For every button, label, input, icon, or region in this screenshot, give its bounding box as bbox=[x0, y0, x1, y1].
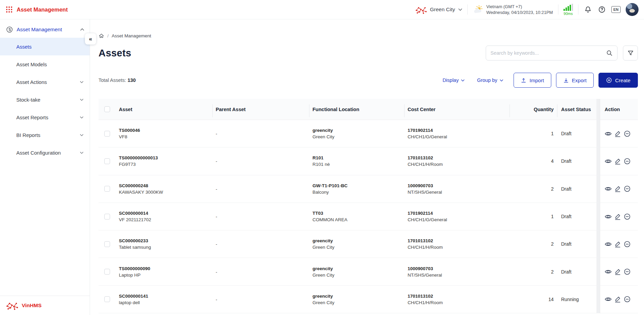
sidebar-section-asset-management[interactable]: Asset Management bbox=[0, 19, 90, 38]
minus-circle-icon bbox=[624, 130, 631, 137]
chevron-down-icon bbox=[80, 134, 84, 136]
view-button[interactable] bbox=[605, 158, 612, 165]
sidebar-item-asset-actions[interactable]: Asset Actions bbox=[0, 73, 90, 91]
minus-circle-icon bbox=[624, 268, 631, 275]
cell-asset-status: Draft bbox=[557, 269, 597, 275]
row-checkbox[interactable] bbox=[104, 214, 110, 220]
row-checkbox[interactable] bbox=[104, 296, 110, 302]
deactivate-button[interactable] bbox=[624, 213, 631, 220]
view-button[interactable] bbox=[605, 130, 612, 137]
eye-icon bbox=[605, 213, 612, 220]
language-selector[interactable]: EN bbox=[611, 6, 621, 13]
view-button[interactable] bbox=[605, 268, 612, 275]
sidebar-item-asset-models[interactable]: Asset Models bbox=[0, 55, 90, 73]
help-button[interactable] bbox=[597, 5, 606, 14]
cell-asset: SC000000014 VF 2021121702 bbox=[115, 211, 212, 222]
pencil-icon bbox=[614, 213, 621, 220]
cell-action bbox=[600, 268, 638, 275]
create-button[interactable]: Create bbox=[598, 73, 638, 88]
row-checkbox[interactable] bbox=[104, 269, 110, 275]
edit-button[interactable] bbox=[614, 213, 621, 220]
eye-icon bbox=[605, 296, 612, 303]
deactivate-button[interactable] bbox=[624, 130, 631, 137]
edit-button[interactable] bbox=[614, 268, 621, 275]
breadcrumb-item[interactable]: Asset Management bbox=[112, 33, 151, 38]
page-title: Assets bbox=[99, 48, 131, 59]
assets-table: Asset Parent Asset Functional Location C… bbox=[99, 99, 638, 313]
cell-parent-asset: - bbox=[212, 213, 309, 220]
cell-cost-center: 1701013102 CH/CH1/H/Room bbox=[404, 294, 509, 305]
sidebar: Asset Management Assets Asset Models Ass… bbox=[0, 19, 90, 315]
view-button[interactable] bbox=[605, 241, 612, 248]
weather-icon bbox=[473, 4, 483, 15]
view-button[interactable] bbox=[605, 213, 612, 220]
cell-parent-asset: - bbox=[212, 241, 309, 247]
select-all-checkbox[interactable] bbox=[104, 106, 110, 112]
search-icon[interactable] bbox=[606, 50, 613, 56]
divider bbox=[467, 4, 468, 15]
property-selector[interactable]: Green City bbox=[415, 5, 462, 14]
filter-button[interactable] bbox=[623, 46, 638, 60]
minus-circle-icon bbox=[624, 296, 631, 303]
view-button[interactable] bbox=[605, 296, 612, 303]
pencil-icon bbox=[614, 158, 621, 165]
eye-icon bbox=[605, 268, 612, 275]
export-button[interactable]: Export bbox=[556, 73, 594, 88]
deactivate-button[interactable] bbox=[624, 185, 631, 192]
edit-button[interactable] bbox=[614, 296, 621, 303]
edit-button[interactable] bbox=[614, 130, 621, 137]
cell-quantity: 1 bbox=[509, 131, 557, 136]
cell-action bbox=[600, 241, 638, 248]
sidebar-item-asset-configuration[interactable]: Asset Configuration bbox=[0, 144, 90, 161]
cell-parent-asset: - bbox=[212, 186, 309, 192]
edit-button[interactable] bbox=[614, 158, 621, 165]
sidebar-item-stock-take[interactable]: Stock-take bbox=[0, 91, 90, 108]
table-scrollbar[interactable] bbox=[596, 99, 600, 313]
pencil-icon bbox=[614, 268, 621, 275]
import-button[interactable]: Import bbox=[514, 73, 551, 88]
edit-button[interactable] bbox=[614, 241, 621, 248]
sidebar-item-bi-reports[interactable]: BI Reports bbox=[0, 126, 90, 144]
pencil-icon bbox=[614, 241, 621, 248]
top-header: Asset Management Green City bbox=[0, 0, 644, 19]
cell-functional-location: greencity Green City bbox=[309, 294, 404, 305]
home-icon[interactable] bbox=[99, 33, 104, 39]
deactivate-button[interactable] bbox=[624, 158, 631, 165]
column-functional-location: Functional Location bbox=[309, 107, 404, 112]
row-checkbox[interactable] bbox=[104, 186, 110, 192]
latency-label: 90ms bbox=[564, 12, 573, 16]
deactivate-button[interactable] bbox=[624, 241, 631, 248]
sidebar-item-assets[interactable]: Assets bbox=[0, 38, 90, 55]
pencil-icon bbox=[614, 185, 621, 192]
table-row: SC000000141 laptop dell - greencity Gree… bbox=[99, 286, 638, 313]
row-checkbox[interactable] bbox=[104, 158, 110, 164]
sidebar-item-asset-reports[interactable]: Asset Reports bbox=[0, 108, 90, 126]
table-row: SC000000014 VF 2021121702 - TT03 COMMON … bbox=[99, 203, 638, 230]
sidebar-collapse-button[interactable]: « bbox=[85, 33, 96, 45]
deactivate-button[interactable] bbox=[624, 268, 631, 275]
signal-bars-icon bbox=[564, 4, 573, 11]
group-by-dropdown[interactable]: Group by bbox=[477, 77, 503, 83]
cell-action bbox=[600, 213, 638, 220]
notifications-button[interactable] bbox=[584, 5, 592, 14]
row-checkbox[interactable] bbox=[104, 131, 110, 137]
cell-action bbox=[600, 158, 638, 165]
cell-asset-status: Draft bbox=[557, 131, 597, 136]
display-dropdown[interactable]: Display bbox=[443, 77, 465, 83]
edit-button[interactable] bbox=[614, 185, 621, 192]
table-row: TS0000000000013 FG9T73 - R101 R101 nè 17… bbox=[99, 147, 638, 175]
row-checkbox[interactable] bbox=[104, 241, 110, 247]
search-input[interactable] bbox=[490, 50, 606, 56]
deactivate-button[interactable] bbox=[624, 296, 631, 303]
app-grid-icon[interactable] bbox=[6, 6, 13, 13]
chevron-down-icon bbox=[80, 152, 84, 154]
cell-asset: TS000046 VF8 bbox=[115, 128, 212, 139]
user-avatar[interactable] bbox=[626, 3, 639, 16]
network-status: 90ms bbox=[564, 4, 573, 16]
cell-asset: SC000000233 Tablet samsung bbox=[115, 238, 212, 250]
cell-asset: TS0000000090 Laptop HP bbox=[115, 266, 212, 278]
cell-functional-location: greencity Green City bbox=[309, 128, 404, 139]
locale-info: Vietnam (GMT +7) Wednesday, 04/10/2023, … bbox=[473, 4, 553, 16]
view-button[interactable] bbox=[605, 185, 612, 192]
chevron-down-icon bbox=[80, 99, 84, 101]
